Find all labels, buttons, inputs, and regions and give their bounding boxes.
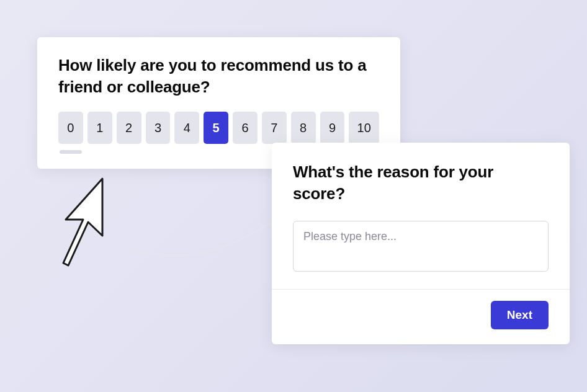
nps-question: How likely are you to recommend us to a …	[58, 55, 379, 98]
rating-button-4[interactable]: 4	[174, 112, 199, 144]
rating-button-2[interactable]: 2	[117, 112, 141, 144]
rating-button-10[interactable]: 10	[349, 112, 379, 144]
rating-button-7[interactable]: 7	[262, 112, 287, 144]
rating-button-5[interactable]: 5	[204, 112, 228, 144]
rating-button-6[interactable]: 6	[233, 112, 258, 144]
rating-button-0[interactable]: 0	[58, 112, 83, 144]
scale-low-marker	[60, 150, 82, 154]
next-button[interactable]: Next	[491, 301, 549, 329]
rating-button-9[interactable]: 9	[320, 112, 345, 144]
rating-button-3[interactable]: 3	[146, 112, 171, 144]
card-footer: Next	[293, 290, 549, 329]
reason-input[interactable]	[293, 221, 549, 272]
connector-curve	[124, 205, 285, 279]
rating-row: 0 1 2 3 4 5 6 7 8 9 10	[58, 112, 379, 144]
cursor-arrow-icon	[62, 174, 143, 273]
rating-button-8[interactable]: 8	[291, 112, 316, 144]
reason-question: What's the reason for your score?	[293, 161, 549, 205]
rating-button-1[interactable]: 1	[87, 112, 112, 144]
reason-card: What's the reason for your score? Next	[272, 143, 570, 344]
